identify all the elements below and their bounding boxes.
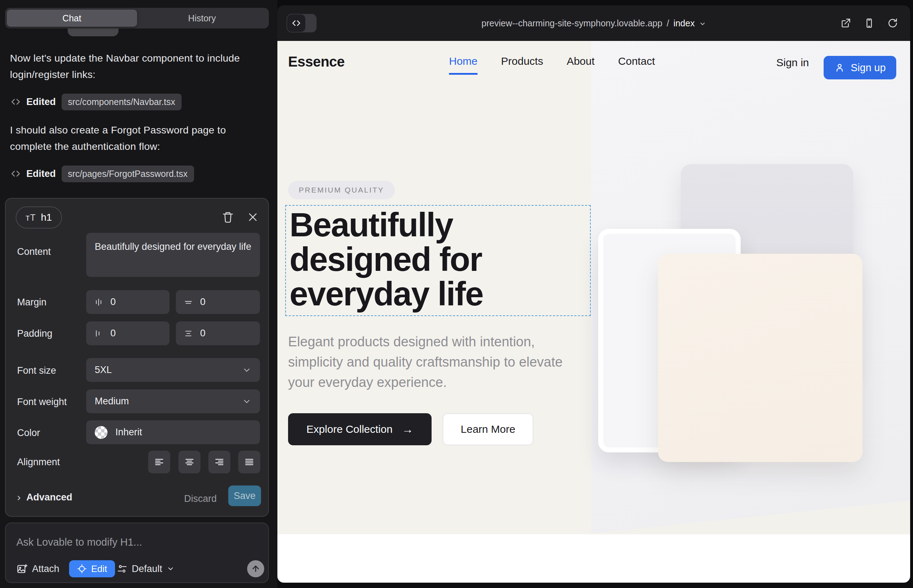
file-path-pill[interactable]: src/components/Navbar.tsx — [62, 94, 182, 110]
decor-card-beige — [658, 254, 863, 462]
align-center-button[interactable] — [178, 451, 201, 473]
preview-toolbar: preview--charming-site-symphony.lovable.… — [277, 5, 910, 41]
assistant-message: Now let's update the Navbar component to… — [10, 50, 261, 82]
user-icon — [834, 62, 845, 73]
sign-up-label: Sign up — [851, 62, 885, 74]
chevron-down-icon — [167, 565, 175, 573]
nav-link-about[interactable]: About — [567, 55, 594, 75]
attach-button[interactable]: Attach — [16, 560, 60, 577]
file-path-pill[interactable]: src/pages/ForgotPassword.tsx — [62, 165, 194, 182]
font-weight-field-label: Font weight — [17, 396, 67, 407]
selected-element-badge[interactable]: ᴛT h1 — [16, 207, 62, 228]
h1-selection-outline[interactable]: Beautifully designed for everyday life — [285, 205, 591, 316]
color-picker[interactable]: Inherit — [86, 420, 260, 444]
arrow-up-icon — [251, 564, 260, 573]
align-left-button[interactable] — [148, 451, 170, 473]
padding-field-label: Padding — [17, 328, 52, 339]
explore-collection-label: Explore Collection — [307, 423, 393, 435]
typography-icon: ᴛT — [26, 213, 36, 223]
attach-image-icon — [16, 563, 28, 575]
chevron-down-icon — [699, 20, 706, 27]
margin-x-value: 0 — [110, 297, 116, 307]
content-field-label: Content — [17, 246, 51, 257]
sidebar-tabbar: Chat History — [5, 8, 269, 29]
padding-x-input[interactable]: 0 — [86, 321, 170, 345]
font-size-field-label: Font size — [17, 365, 56, 376]
edited-file-row[interactable]: Edited src/pages/ForgotPassword.tsx — [11, 165, 194, 182]
padding-y-input[interactable]: 0 — [176, 321, 260, 345]
site-navbar: Essence Home Products About Contact Sign… — [277, 41, 910, 84]
color-value: Inherit — [115, 427, 142, 438]
attach-label: Attach — [32, 564, 60, 575]
padding-y-value: 0 — [200, 328, 206, 339]
hero-headline[interactable]: Beautifully designed for everyday life — [290, 208, 575, 311]
element-tag-label: h1 — [41, 212, 52, 223]
edited-file-row[interactable]: Edited src/components/Navbar.tsx — [11, 93, 181, 110]
chevron-down-icon — [242, 365, 251, 375]
edited-label: Edited — [26, 97, 56, 108]
font-size-select[interactable]: 5XL — [86, 358, 260, 382]
mode-selector[interactable]: Default — [117, 560, 175, 577]
arrow-right-icon: → — [401, 423, 413, 436]
site-canvas: Essence Home Products About Contact Sign… — [277, 41, 910, 583]
close-panel-button[interactable] — [246, 210, 260, 224]
learn-more-button[interactable]: Learn More — [443, 413, 533, 445]
target-icon — [77, 564, 87, 574]
chevron-down-icon — [242, 397, 251, 406]
content-textarea[interactable]: Beautifully designed for everyday life — [86, 233, 260, 277]
open-external-button[interactable] — [840, 18, 851, 29]
sliders-icon — [117, 564, 128, 574]
delete-element-button[interactable] — [221, 210, 235, 224]
code-icon — [11, 97, 21, 107]
tab-chat[interactable]: Chat — [7, 10, 137, 27]
truncated-badge — [68, 29, 118, 36]
edit-mode-button[interactable]: Edit — [69, 560, 115, 577]
premium-quality-badge: PREMIUM QUALITY — [288, 181, 395, 199]
tab-history[interactable]: History — [137, 10, 267, 27]
chevron-right-icon: › — [17, 491, 21, 503]
alignment-field-label: Alignment — [17, 457, 60, 468]
element-editor-panel: ᴛT h1 Content Beautifully designed for e… — [5, 198, 269, 517]
nav-link-contact[interactable]: Contact — [618, 55, 655, 75]
sign-in-link[interactable]: Sign in — [776, 57, 809, 69]
assistant-message: I should also create a Forgot Password p… — [10, 122, 261, 155]
url-bar[interactable]: preview--charming-site-symphony.lovable.… — [277, 5, 910, 41]
edit-label: Edit — [91, 564, 107, 575]
margin-y-value: 0 — [200, 297, 206, 307]
edited-label: Edited — [26, 168, 56, 179]
align-justify-button[interactable] — [238, 451, 260, 473]
nav-link-products[interactable]: Products — [501, 55, 543, 75]
chat-composer: Attach Edit Default — [5, 522, 269, 583]
code-icon — [11, 169, 21, 179]
refresh-button[interactable] — [887, 18, 898, 29]
advanced-toggle[interactable]: › Advanced — [17, 491, 72, 503]
discard-button[interactable]: Discard — [184, 493, 217, 504]
lovable-app: Chat History Now let's update the Navbar… — [0, 0, 913, 588]
font-weight-select[interactable]: Medium — [86, 389, 260, 413]
margin-field-label: Margin — [17, 297, 47, 308]
font-weight-value: Medium — [95, 396, 129, 407]
site-logo[interactable]: Essence — [288, 54, 345, 70]
sign-up-button[interactable]: Sign up — [824, 56, 896, 79]
mode-label: Default — [132, 564, 162, 575]
toolbar-actions — [840, 5, 898, 41]
chat-sidebar: Chat History Now let's update the Navbar… — [0, 0, 277, 588]
color-field-label: Color — [17, 428, 40, 438]
margin-y-input[interactable]: 0 — [176, 290, 260, 314]
color-swatch-transparent — [95, 426, 108, 439]
align-right-button[interactable] — [208, 451, 230, 473]
preview-frame: preview--charming-site-symphony.lovable.… — [277, 5, 910, 583]
mobile-view-button[interactable] — [864, 18, 874, 29]
save-button[interactable]: Save — [228, 486, 261, 506]
nav-link-home[interactable]: Home — [449, 55, 478, 75]
nav-links: Home Products About Contact — [449, 55, 655, 75]
preview-domain: preview--charming-site-symphony.lovable.… — [481, 18, 662, 29]
url-separator: / — [667, 18, 669, 29]
explore-collection-button[interactable]: Explore Collection → — [288, 413, 432, 445]
advanced-label: Advanced — [26, 492, 72, 503]
preview-route: index — [673, 18, 695, 29]
margin-x-input[interactable]: 0 — [86, 290, 170, 314]
font-size-value: 5XL — [95, 365, 112, 375]
composer-input[interactable] — [16, 534, 244, 550]
send-button[interactable] — [247, 560, 264, 577]
